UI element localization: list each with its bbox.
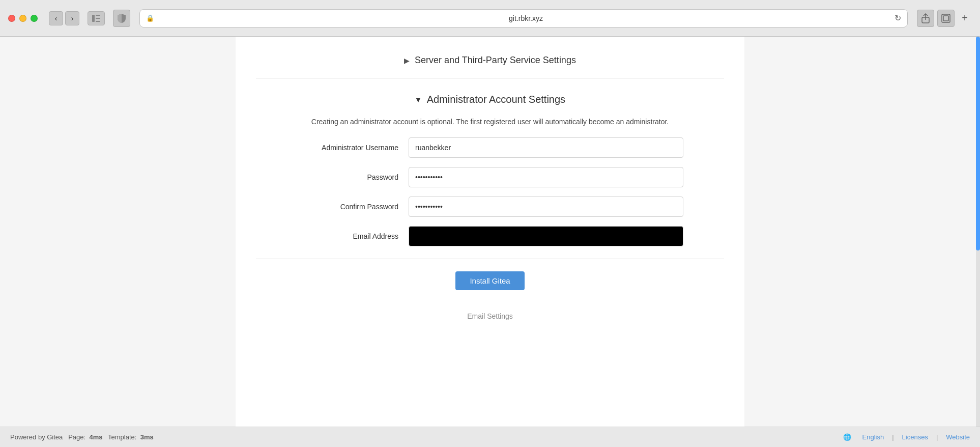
share-button[interactable] (917, 10, 934, 27)
footer-right: 🌐 English | Licenses | Website (843, 433, 970, 441)
section-divider (256, 78, 724, 78)
content-area: ▶ Server and Third-Party Service Setting… (0, 37, 980, 427)
scrollbar-thumb[interactable] (976, 37, 980, 250)
email-label: Email Address (297, 232, 409, 240)
confirm-password-input[interactable] (409, 197, 683, 217)
svg-rect-2 (96, 18, 100, 19)
traffic-lights (8, 15, 38, 22)
password-row: Password (297, 167, 683, 187)
server-settings-arrow: ▶ (404, 57, 410, 65)
refresh-button[interactable]: ↻ (895, 13, 901, 23)
svg-rect-6 (943, 16, 948, 21)
admin-form: Administrator Username Password Confirm … (297, 137, 683, 246)
browser-footer: Powered by Gitea Page: 4ms Template: 3ms… (0, 427, 980, 447)
footer-divider-2: | (936, 433, 938, 441)
admin-arrow-icon: ▼ (415, 96, 422, 104)
scrollbar[interactable] (976, 37, 980, 427)
confirm-password-label: Confirm Password (297, 203, 409, 211)
back-button[interactable]: ‹ (49, 11, 63, 25)
browser-chrome: ‹ › 🔒 git.rbkr.xyz ↻ (0, 0, 980, 37)
password-input[interactable] (409, 167, 683, 187)
minimize-button[interactable] (19, 15, 26, 22)
admin-description: Creating an administrator account is opt… (256, 117, 724, 127)
server-settings-label: Server and Third-Party Service Settings (415, 55, 576, 66)
bottom-divider (256, 259, 724, 259)
svg-rect-0 (92, 15, 95, 22)
globe-icon: 🌐 (843, 433, 851, 441)
confirm-password-row: Confirm Password (297, 197, 683, 217)
email-input-redacted[interactable] (409, 226, 683, 246)
page-container: ▶ Server and Third-Party Service Setting… (236, 37, 744, 427)
forward-button[interactable]: › (65, 11, 79, 25)
footer-divider-1: | (892, 433, 893, 441)
install-button-wrapper: Install Gitea (256, 271, 724, 290)
password-label: Password (297, 173, 409, 181)
email-settings-hint: Email Settings (256, 305, 724, 321)
close-button[interactable] (8, 15, 15, 22)
admin-section-label: Administrator Account Settings (427, 94, 565, 105)
username-label: Administrator Username (297, 144, 409, 152)
url-text: git.rbkr.xyz (157, 14, 895, 22)
licenses-link[interactable]: Licenses (902, 433, 928, 441)
svg-rect-1 (96, 15, 100, 16)
new-tab-button[interactable] (937, 10, 955, 27)
email-settings-label: Email Settings (467, 312, 512, 320)
fullscreen-button[interactable] (31, 15, 38, 22)
email-row: Email Address (297, 226, 683, 246)
username-input[interactable] (409, 137, 683, 158)
address-bar[interactable]: 🔒 git.rbkr.xyz ↻ (139, 9, 908, 27)
powered-by-text: Powered by Gitea Page: 4ms Template: 3ms (10, 433, 154, 441)
install-gitea-button[interactable]: Install Gitea (455, 271, 524, 290)
svg-rect-3 (96, 21, 100, 22)
nav-buttons: ‹ › (49, 11, 79, 25)
website-link[interactable]: Website (946, 433, 970, 441)
browser-actions: + (917, 10, 972, 27)
shield-button[interactable] (113, 10, 130, 27)
language-label[interactable]: English (862, 433, 884, 441)
admin-section: ▼ Administrator Account Settings Creatin… (256, 82, 724, 305)
server-settings-header[interactable]: ▶ Server and Third-Party Service Setting… (256, 47, 724, 74)
sidebar-button[interactable] (88, 11, 105, 25)
username-row: Administrator Username (297, 137, 683, 158)
lock-icon: 🔒 (146, 14, 154, 22)
admin-section-title[interactable]: ▼ Administrator Account Settings (256, 88, 724, 111)
add-tab-button[interactable]: + (958, 11, 972, 25)
